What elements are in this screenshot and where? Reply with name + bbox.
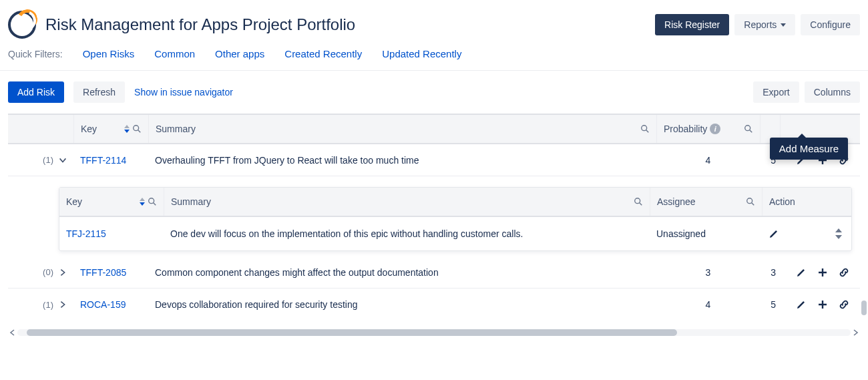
- chevron-down-icon: [781, 23, 786, 27]
- child-count: (1): [43, 155, 53, 165]
- probability-value: 4: [706, 299, 711, 310]
- scrollbar-track[interactable]: [17, 329, 851, 336]
- search-icon[interactable]: [634, 197, 643, 206]
- svg-line-9: [640, 203, 642, 206]
- scrollbar-thumb[interactable]: [27, 329, 677, 336]
- sub-header: Key Summary Assignee: [59, 188, 851, 217]
- sub-row: TFJ-2115 One dev will focus on the imple…: [59, 217, 851, 250]
- app-logo-accent: [15, 7, 40, 32]
- page-title: Risk Management for Apps Project Portfol…: [45, 15, 355, 34]
- quick-filters: Quick Filters: Open Risks Common Other a…: [0, 44, 868, 71]
- table-row: (1) ROCA-159 Devops collaboration requir…: [8, 289, 860, 321]
- child-count: (0): [43, 267, 53, 277]
- link-icon[interactable]: [839, 267, 849, 278]
- expand-toggle[interactable]: [57, 267, 68, 278]
- search-icon[interactable]: [744, 124, 753, 134]
- sub-col-action-label: Action: [769, 196, 795, 207]
- add-risk-button[interactable]: Add Risk: [8, 81, 64, 103]
- svg-point-2: [642, 126, 647, 131]
- reports-dropdown[interactable]: Reports: [734, 14, 795, 35]
- sub-col-key-label: Key: [66, 196, 82, 207]
- filter-updated-recently[interactable]: Updated Recently: [382, 48, 461, 59]
- toolbar: Add Risk Refresh Show in issue navigator…: [0, 71, 868, 114]
- export-button[interactable]: Export: [753, 81, 799, 103]
- issue-key-link[interactable]: TFJ-2115: [66, 228, 106, 239]
- horizontal-scrollbar[interactable]: [8, 327, 860, 338]
- sort-asc-icon: [140, 198, 145, 201]
- svg-line-1: [138, 130, 141, 133]
- quick-filters-label: Quick Filters:: [8, 49, 63, 59]
- svg-point-8: [635, 198, 640, 204]
- col-expand: [8, 115, 73, 143]
- app-logo: [8, 11, 36, 39]
- expand-toggle[interactable]: [57, 299, 68, 310]
- sub-col-assignee-label: Assignee: [657, 196, 696, 207]
- pencil-icon[interactable]: [796, 267, 807, 278]
- probability-value: 3: [706, 267, 711, 278]
- issue-key-link[interactable]: ROCA-159: [80, 299, 126, 310]
- plus-icon[interactable]: [817, 299, 828, 310]
- svg-line-3: [646, 130, 649, 133]
- search-icon[interactable]: [640, 124, 650, 134]
- page-header: Risk Management for Apps Project Portfol…: [0, 0, 868, 44]
- svg-point-0: [134, 126, 139, 131]
- col-summary[interactable]: Summary: [148, 115, 656, 143]
- search-icon[interactable]: [132, 124, 142, 134]
- scroll-up-icon[interactable]: [835, 228, 842, 232]
- scroll-down-icon[interactable]: [835, 235, 842, 239]
- sub-col-action: Action: [762, 188, 851, 216]
- impact-value: 5: [771, 299, 776, 310]
- svg-point-6: [149, 198, 154, 204]
- sub-col-summary-label: Summary: [171, 196, 211, 207]
- sub-col-key[interactable]: Key: [59, 188, 164, 216]
- svg-line-7: [154, 203, 156, 206]
- filter-common[interactable]: Common: [154, 48, 195, 59]
- table-row: (1) TFFT-2114 Overhauling TFFT from JQue…: [8, 144, 860, 176]
- configure-button[interactable]: Configure: [801, 14, 860, 35]
- info-icon[interactable]: i: [710, 124, 720, 134]
- summary-text: Common component changes might affect th…: [155, 267, 439, 278]
- columns-button[interactable]: Columns: [805, 81, 860, 103]
- scroll-left-icon[interactable]: [8, 329, 17, 336]
- search-icon[interactable]: [746, 197, 755, 206]
- summary-text: One dev will focus on the implementation…: [170, 228, 523, 239]
- plus-icon[interactable]: [817, 267, 828, 278]
- pencil-icon[interactable]: [769, 228, 779, 239]
- table-row: (0) TFFT-2085 Common component changes m…: [8, 256, 860, 289]
- probability-value: 4: [706, 155, 711, 166]
- sub-col-assignee[interactable]: Assignee: [650, 188, 762, 216]
- risk-register-button[interactable]: Risk Register: [655, 14, 729, 35]
- show-in-navigator-link[interactable]: Show in issue navigator: [134, 87, 233, 98]
- sort-icon[interactable]: [140, 198, 145, 206]
- col-probability[interactable]: Probability i: [656, 115, 760, 143]
- measures-subtable: Key Summary Assignee: [59, 187, 852, 251]
- sort-desc-icon: [140, 202, 145, 206]
- search-icon[interactable]: [148, 197, 157, 206]
- filter-created-recently[interactable]: Created Recently: [284, 48, 362, 59]
- sort-icon[interactable]: [124, 125, 130, 133]
- col-probability-label: Probability: [664, 124, 707, 134]
- assignee-text: Unassigned: [656, 228, 706, 239]
- vertical-scrollbar[interactable]: [861, 280, 868, 321]
- child-count: (1): [43, 300, 53, 310]
- summary-text: Overhauling TFFT from JQuery to React wi…: [155, 155, 419, 166]
- risk-table: Key Summary Probability i: [0, 114, 868, 325]
- scrollbar-thumb[interactable]: [861, 301, 867, 315]
- svg-point-4: [745, 126, 750, 131]
- sub-col-summary[interactable]: Summary: [164, 188, 650, 216]
- refresh-button[interactable]: Refresh: [73, 81, 125, 103]
- issue-key-link[interactable]: TFFT-2085: [80, 267, 126, 278]
- scroll-right-icon[interactable]: [851, 329, 860, 336]
- filter-other-apps[interactable]: Other apps: [215, 48, 264, 59]
- col-key[interactable]: Key: [73, 115, 148, 143]
- link-icon[interactable]: [839, 299, 849, 310]
- expand-toggle[interactable]: [57, 155, 68, 166]
- impact-value: 3: [771, 267, 776, 278]
- filter-open-risks[interactable]: Open Risks: [83, 48, 135, 59]
- pencil-icon[interactable]: [796, 299, 807, 310]
- reports-label: Reports: [744, 19, 777, 30]
- col-summary-label: Summary: [156, 124, 196, 134]
- summary-text: Devops collaboration required for securi…: [155, 299, 358, 310]
- issue-key-link[interactable]: TFFT-2114: [80, 155, 126, 166]
- sort-asc-icon: [124, 125, 130, 128]
